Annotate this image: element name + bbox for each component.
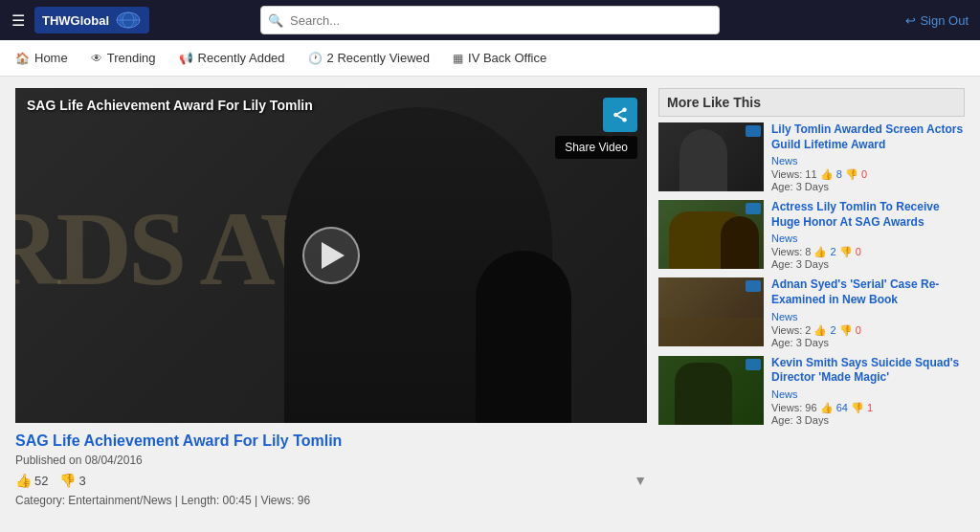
- related-stats-1: Views: 11 👍 8 👎 0: [771, 168, 965, 181]
- related-category-3: News: [771, 311, 965, 322]
- trending-icon: 👁: [91, 52, 102, 65]
- related-item-1[interactable]: Lily Tomlin Awarded Screen Actors Guild …: [658, 122, 965, 192]
- dropdown-arrow[interactable]: ▼: [634, 473, 647, 488]
- play-button[interactable]: [302, 227, 360, 284]
- signout-icon: ↩: [905, 13, 916, 28]
- thumb-badge-icon-2: [746, 203, 761, 214]
- search-icon: 🔍: [268, 13, 283, 28]
- related-title-2: Actress Lily Tomlin To Receive Huge Hono…: [771, 200, 965, 230]
- video-meta: Category: Entertainment/News | Length: 0…: [15, 494, 647, 507]
- thumbs-down-icon: 👎: [59, 473, 76, 488]
- related-item-2[interactable]: Actress Lily Tomlin To Receive Huge Hono…: [658, 200, 965, 270]
- nav-home[interactable]: 🏠 Home: [15, 51, 68, 65]
- grid-icon: ▦: [453, 52, 463, 65]
- video-panel: RDS AWA SAG Life Achievement Award For L…: [15, 88, 647, 521]
- share-tooltip: Share Video: [555, 136, 637, 159]
- related-info-2: Actress Lily Tomlin To Receive Huge Hono…: [771, 200, 965, 270]
- related-title-4: Kevin Smith Says Suicide Squad's Directo…: [771, 356, 965, 386]
- related-stats-3: Views: 2 👍 2 👎 0: [771, 324, 965, 337]
- thumb-badge-icon-4: [746, 359, 761, 370]
- video-container[interactable]: RDS AWA SAG Life Achievement Award For L…: [15, 88, 647, 423]
- related-thumb-3: [658, 277, 764, 346]
- like-count: 52: [34, 474, 48, 488]
- menu-icon[interactable]: ☰: [11, 11, 25, 30]
- header: ☰ THWGlobal 🔍 ↩ Sign Out: [0, 0, 980, 40]
- video-views: 96: [298, 494, 310, 507]
- related-item-4[interactable]: Kevin Smith Says Suicide Squad's Directo…: [658, 356, 965, 426]
- video-main-title: SAG Life Achievement Award For Lily Toml…: [15, 432, 647, 450]
- video-info: SAG Life Achievement Award For Lily Toml…: [15, 423, 647, 517]
- clock-icon: 🕐: [308, 52, 323, 65]
- nav-recently-added[interactable]: 📢 Recently Added: [179, 51, 285, 65]
- like-button[interactable]: 👍 52: [15, 473, 48, 488]
- main-content: RDS AWA SAG Life Achievement Award For L…: [0, 77, 980, 532]
- related-info-3: Adnan Syed's 'Serial' Case Re-Examined i…: [771, 277, 965, 347]
- logo-globe-icon: [115, 11, 142, 30]
- video-actions: 👍 52 👎 3 ▼: [15, 473, 647, 488]
- video-category: Entertainment/News: [68, 494, 171, 507]
- thumb-badge-icon-3: [746, 280, 761, 292]
- video-published: Published on 08/04/2016: [15, 454, 647, 467]
- dislike-count: 3: [78, 474, 85, 488]
- related-category-2: News: [771, 233, 965, 244]
- related-age-3: Age: 3 Days: [771, 337, 965, 348]
- nav-iv-back-office[interactable]: ▦ IV Back Office: [453, 51, 546, 65]
- logo[interactable]: THWGlobal: [34, 7, 149, 33]
- search-input[interactable]: [260, 6, 720, 34]
- nav-recently-viewed[interactable]: 🕐 2 Recently Viewed: [308, 51, 430, 65]
- search-bar: 🔍: [260, 6, 720, 34]
- home-icon: 🏠: [15, 52, 30, 65]
- related-title-3: Adnan Syed's 'Serial' Case Re-Examined i…: [771, 277, 965, 307]
- related-age-2: Age: 3 Days: [771, 258, 965, 270]
- related-thumb-2: [658, 200, 764, 269]
- related-title-1: Lily Tomlin Awarded Screen Actors Guild …: [771, 122, 965, 152]
- share-button[interactable]: [603, 98, 637, 132]
- nav-bar: 🏠 Home 👁 Trending 📢 Recently Added 🕐 2 R…: [0, 40, 980, 77]
- person-neck: [476, 251, 571, 423]
- related-item-3[interactable]: Adnan Syed's 'Serial' Case Re-Examined i…: [658, 277, 965, 347]
- thumbs-up-icon: 👍: [15, 473, 32, 488]
- nav-trending[interactable]: 👁 Trending: [91, 51, 156, 65]
- related-age-1: Age: 3 Days: [771, 181, 965, 192]
- related-category-1: News: [771, 155, 965, 166]
- more-like-this-panel: More Like This Lily Tomlin Awarded Scree…: [658, 88, 965, 521]
- video-length: 00:45: [223, 494, 252, 507]
- thumb-badge-icon: [746, 125, 761, 137]
- related-age-4: Age: 3 Days: [771, 414, 965, 426]
- play-icon: [322, 242, 345, 269]
- dislike-button[interactable]: 👎 3: [59, 473, 85, 488]
- signout-button[interactable]: ↩ Sign Out: [905, 13, 969, 28]
- video-title-overlay: SAG Life Achievement Award For Lily Toml…: [27, 98, 313, 113]
- related-info-1: Lily Tomlin Awarded Screen Actors Guild …: [771, 122, 965, 192]
- related-thumb-4: [658, 356, 764, 425]
- more-like-this-title: More Like This: [658, 88, 965, 117]
- logo-text: THWGlobal: [42, 13, 109, 28]
- related-stats-4: Views: 96 👍 64 👎 1: [771, 402, 965, 414]
- svg-line-8: [616, 110, 625, 115]
- related-thumb-1: [658, 122, 764, 191]
- related-category-4: News: [771, 388, 965, 400]
- svg-line-9: [616, 115, 625, 120]
- related-info-4: Kevin Smith Says Suicide Squad's Directo…: [771, 356, 965, 426]
- share-icon: [612, 106, 629, 123]
- related-stats-2: Views: 8 👍 2 👎 0: [771, 246, 965, 258]
- megaphone-icon: 📢: [179, 52, 193, 65]
